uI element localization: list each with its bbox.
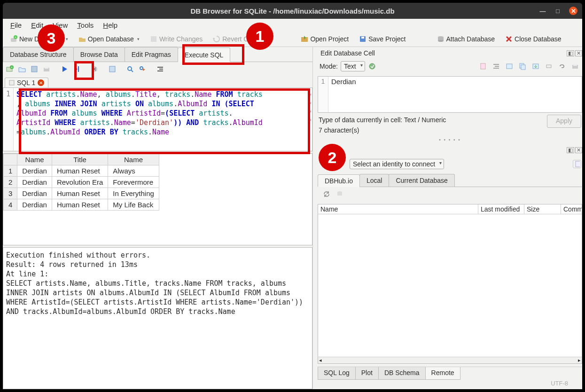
new-database-button[interactable]: + New Database ▾: [6, 33, 72, 45]
remote-tab-dbhub[interactable]: DBHub.io: [318, 174, 360, 187]
menu-file[interactable]: File: [7, 20, 25, 30]
sql-code[interactable]: SELECT artists.Name, albums.Title, track…: [14, 88, 265, 151]
svg-rect-13: [31, 66, 37, 72]
panel-dock-buttons[interactable]: ◧✕: [567, 50, 582, 56]
stop-icon[interactable]: [90, 65, 99, 73]
save-sql-icon[interactable]: [30, 65, 39, 73]
svg-rect-37: [573, 63, 577, 66]
write-changes-button: Write Changes: [146, 33, 207, 45]
svg-text:+: +: [11, 66, 13, 69]
bottom-tab-sql-log[interactable]: SQL Log: [318, 367, 356, 380]
find-icon[interactable]: [126, 65, 134, 73]
upload-icon[interactable]: [335, 190, 344, 198]
remote-col-size[interactable]: Size: [524, 204, 561, 214]
print-sql-icon[interactable]: [42, 65, 51, 73]
remote-col-commit[interactable]: Commit: [561, 204, 582, 214]
new-db-icon: +: [10, 35, 17, 43]
close-sql-tab-icon[interactable]: ✕: [38, 79, 44, 86]
export-cell-icon[interactable]: [531, 62, 540, 71]
sql-file-icon: [9, 80, 15, 86]
save-results-icon[interactable]: [108, 65, 117, 73]
new-sql-tab-icon[interactable]: +: [6, 65, 14, 73]
svg-line-20: [131, 70, 133, 72]
results-table: NameTitleName1DerdianHuman ResetAlways2D…: [3, 154, 159, 211]
svg-point-21: [140, 67, 143, 70]
remote-tab-local[interactable]: Local: [359, 174, 389, 187]
close-db-icon: [505, 35, 513, 43]
remote-tab-current[interactable]: Current Database: [389, 174, 455, 187]
revert-changes-button: Revert Changes: [209, 33, 274, 45]
bottom-tabs: SQL Log Plot DB Schema Remote: [318, 367, 582, 380]
tab-browse-data[interactable]: Browse Data: [73, 47, 125, 62]
save-project-button[interactable]: Save Project: [355, 33, 410, 45]
menu-help[interactable]: Help: [99, 20, 121, 30]
tab-database-structure[interactable]: Database Structure: [3, 47, 74, 62]
window-controls: — □ ✕: [539, 7, 577, 15]
left-pane: 1 3 Database Structure Browse Data Edit …: [3, 47, 313, 389]
indent-cell-icon[interactable]: [492, 62, 500, 71]
sql-editor[interactable]: 1 SELECT artists.Name, albums.Title, tra…: [3, 87, 312, 151]
remote-dock-buttons[interactable]: ◧✕: [567, 147, 582, 153]
tab-execute-sql[interactable]: Execute SQL: [178, 47, 231, 62]
open-project-button[interactable]: Open Project: [296, 33, 353, 45]
open-sql-icon[interactable]: [18, 65, 26, 73]
remote-col-modified[interactable]: Last modified: [478, 204, 524, 214]
cell-meta-text: Type of data currently in cell: Text / N…: [319, 115, 543, 135]
svg-point-26: [369, 63, 375, 69]
results-grid[interactable]: NameTitleName1DerdianHuman ResetAlways2D…: [3, 153, 312, 245]
bottom-tab-plot[interactable]: Plot: [355, 367, 379, 380]
window-close-button[interactable]: ✕: [569, 7, 577, 15]
menu-view[interactable]: View: [49, 20, 71, 30]
editor-gutter: 1: [3, 88, 14, 151]
minimize-button[interactable]: —: [539, 7, 546, 15]
null-icon[interactable]: [545, 62, 553, 71]
sql-tab-1[interactable]: SQL 1 ✕: [5, 78, 48, 87]
doc-icon[interactable]: [479, 62, 487, 71]
svg-rect-40: [337, 192, 342, 196]
cell-value[interactable]: Derdian: [328, 77, 359, 112]
close-db-label: Close Database: [515, 35, 562, 43]
execute-all-icon[interactable]: [60, 65, 69, 73]
bottom-tab-schema[interactable]: DB Schema: [378, 367, 426, 380]
menu-edit[interactable]: Edit: [27, 20, 47, 30]
statusbar: UTF-8: [318, 380, 582, 389]
copy-cell-icon[interactable]: [518, 62, 527, 71]
import-cell-icon[interactable]: [505, 62, 514, 71]
svg-rect-18: [109, 66, 115, 72]
panel-separator[interactable]: • • • • •: [318, 137, 582, 143]
cell-view[interactable]: 1 Derdian: [318, 76, 582, 113]
attach-icon: [437, 35, 445, 43]
cell-meta-row: Type of data currently in cell: Text / N…: [318, 113, 582, 137]
apply-button: Apply: [547, 115, 581, 128]
find-replace-icon[interactable]: [138, 65, 147, 73]
remote-table[interactable]: Name Last modified Size Commit ◂▸: [318, 204, 582, 364]
mode-combo[interactable]: Text: [341, 61, 365, 71]
identity-combo[interactable]: Select an identity to connect: [350, 159, 444, 169]
cell-toolbar: [478, 61, 580, 71]
close-database-button[interactable]: Close Database: [501, 33, 566, 45]
remote-scrollbar[interactable]: ◂▸: [318, 357, 582, 363]
execute-line-icon[interactable]: [72, 65, 81, 73]
titlebar[interactable]: DB Browser for SQLite - /home/linuxiac/D…: [3, 3, 582, 19]
svg-point-9: [438, 40, 444, 42]
format-icon[interactable]: [368, 62, 376, 71]
open-database-button[interactable]: Open Database ▾: [74, 33, 144, 45]
menu-tools[interactable]: Tools: [73, 20, 97, 30]
menubar: File Edit View Tools Help: [3, 19, 582, 31]
remote-col-name[interactable]: Name: [318, 204, 478, 214]
attach-database-button[interactable]: Attach Database: [433, 33, 499, 45]
refresh-icon[interactable]: [322, 190, 331, 198]
execution-log[interactable]: Execution finished without errors. Resul…: [3, 247, 312, 389]
remote-tabs: DBHub.io Local Current Database: [318, 174, 582, 187]
tab-edit-pragmas[interactable]: Edit Pragmas: [125, 47, 178, 62]
indent-icon[interactable]: [156, 65, 164, 73]
remote-area: DBHub.io Local Current Database Name Las…: [318, 174, 582, 364]
link-icon[interactable]: [558, 62, 566, 71]
main-tabs: Database Structure Browse Data Edit Prag…: [3, 47, 312, 62]
bottom-tab-remote[interactable]: Remote: [425, 367, 460, 380]
maximize-button[interactable]: □: [554, 7, 562, 15]
print-cell-icon[interactable]: [571, 62, 579, 71]
save-proj-label: Save Project: [368, 35, 406, 43]
identity-settings-icon[interactable]: [573, 160, 581, 168]
svg-rect-31: [507, 64, 512, 69]
